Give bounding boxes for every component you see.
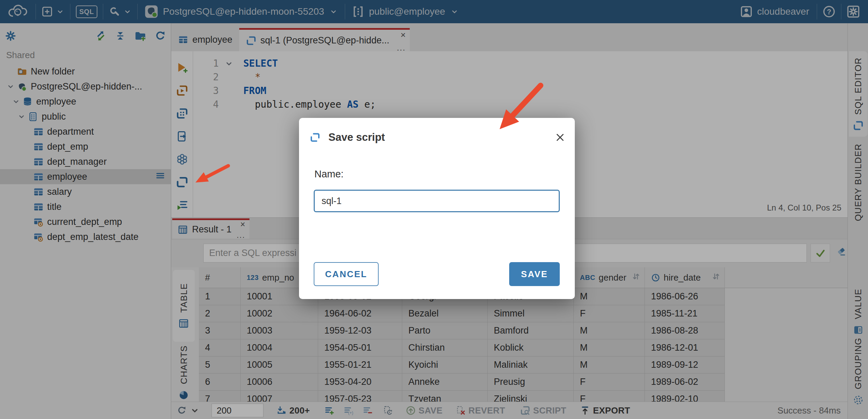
presentation-tab-table[interactable]: TABLE <box>173 270 195 342</box>
grid-cell[interactable]: 3 <box>199 322 241 339</box>
grid-cell[interactable]: 10003 <box>241 322 318 339</box>
grid-cell[interactable]: 1986-08-28 <box>645 322 725 339</box>
grid-cell[interactable]: 6 <box>199 374 241 391</box>
execute-new-tab-button[interactable] <box>176 62 188 75</box>
cancel-button[interactable]: CANCEL <box>314 262 379 286</box>
grid-cell[interactable]: Bamford <box>488 322 574 339</box>
cloudbeaver-logo[interactable] <box>0 0 36 23</box>
more-icon[interactable]: ... <box>236 231 245 239</box>
tree-item-new-folder[interactable]: New folder <box>0 64 171 79</box>
export-query-button[interactable] <box>176 130 188 144</box>
grid-cell[interactable]: 1985-11-21 <box>645 305 725 322</box>
grid-cell[interactable]: 10004 <box>241 339 318 356</box>
tree-item-dept-emp[interactable]: dept_emp <box>0 139 171 154</box>
grid-cell[interactable]: Zielinski <box>488 391 574 402</box>
tree-item-employee[interactable]: employee <box>0 169 171 184</box>
save-button[interactable]: SAVE <box>509 262 560 286</box>
grid-cell[interactable]: F <box>574 305 645 322</box>
sync-connection-icon[interactable] <box>95 30 107 42</box>
chevron-down-icon[interactable] <box>12 97 21 106</box>
save-script-button[interactable] <box>176 176 188 190</box>
grid-cell[interactable]: F <box>574 391 645 402</box>
grid-cell[interactable]: M <box>574 322 645 339</box>
tree-item-public[interactable]: public <box>0 109 171 124</box>
export-button[interactable]: EXPORT <box>580 405 630 416</box>
grid-cell[interactable]: 1964-06-02 <box>318 305 402 322</box>
grid-cell[interactable]: 1957-05-23 <box>318 391 402 402</box>
ai-assistant-button[interactable] <box>176 153 188 167</box>
row-limit-input[interactable] <box>212 404 263 417</box>
panel-tab-sql-editor[interactable]: SQL EDITOR <box>849 51 868 137</box>
grid-cell[interactable]: 1953-04-20 <box>318 374 402 391</box>
panel-tab-query-builder[interactable]: QUERY BUILDER <box>849 139 868 225</box>
user-menu[interactable]: cloudbeaver <box>732 0 817 23</box>
grid-cell[interactable]: 10005 <box>241 356 318 374</box>
grid-cell[interactable]: Bezalel <box>402 305 488 322</box>
tree-item-dept-manager[interactable]: dept_manager <box>0 154 171 169</box>
help-button[interactable]: ? <box>817 0 841 23</box>
close-icon[interactable]: × <box>401 30 406 39</box>
grid-cell[interactable]: 10007 <box>241 391 318 402</box>
grid-cell[interactable]: 4 <box>199 339 241 356</box>
settings-gear-icon[interactable] <box>5 30 16 42</box>
close-icon[interactable]: × <box>240 220 245 229</box>
driver-manager-button[interactable] <box>103 0 137 23</box>
presentation-tab-charts[interactable]: CHARTS <box>173 347 195 399</box>
grid-cell[interactable]: Simmel <box>488 305 574 322</box>
tree-item-salary[interactable]: salary <box>0 184 171 199</box>
chevron-down-icon[interactable] <box>6 82 15 91</box>
grid-cell[interactable]: 1954-05-01 <box>318 339 402 356</box>
execute-script-button[interactable] <box>176 84 188 98</box>
reload-grid-button[interactable] <box>177 405 200 416</box>
grid-cell[interactable]: Maliniak <box>488 356 574 374</box>
new-connection-button[interactable] <box>36 0 70 23</box>
column-header-hire_date[interactable]: hire_date <box>645 267 725 288</box>
refresh-icon[interactable] <box>154 30 166 42</box>
execution-plan-button[interactable] <box>176 107 188 121</box>
grid-cell[interactable]: 1989-02-10 <box>645 391 725 402</box>
collapse-all-icon[interactable] <box>115 30 126 41</box>
sort-icon[interactable] <box>711 271 721 282</box>
save-changes-button[interactable]: SAVE <box>406 405 443 416</box>
fold-chevron-icon[interactable] <box>224 58 234 72</box>
new-folder-icon[interactable] <box>134 30 146 42</box>
grid-cell[interactable]: M <box>574 356 645 374</box>
grid-cell[interactable]: 2 <box>199 305 241 322</box>
panel-tab-value[interactable]: VALUE <box>849 286 868 338</box>
grid-cell[interactable]: Anneke <box>402 374 488 391</box>
menu-icon[interactable] <box>155 171 165 181</box>
duplicate-row-button[interactable]: (+) <box>343 405 354 416</box>
editor-tab-sql[interactable]: sql-1 (PostgreSQL@ep-hidde...×... <box>239 28 410 51</box>
column-header-#[interactable]: # <box>199 267 241 288</box>
grid-cell[interactable]: 1 <box>199 288 241 305</box>
new-sql-editor-button[interactable]: SQL <box>70 0 103 23</box>
grid-cell[interactable]: 1959-12-03 <box>318 322 402 339</box>
grid-cell[interactable]: M <box>574 288 645 305</box>
tree-item-current-dept-emp[interactable]: current_dept_emp <box>0 214 171 229</box>
grid-cell[interactable]: Preusig <box>488 374 574 391</box>
refresh-document-button[interactable] <box>383 405 393 416</box>
grid-cell[interactable]: Chirstian <box>402 339 488 356</box>
add-row-button[interactable] <box>324 405 335 416</box>
grid-cell[interactable]: 7 <box>199 391 241 402</box>
revert-button[interactable]: REVERT <box>456 405 505 416</box>
grid-cell[interactable]: M <box>574 339 645 356</box>
grid-cell[interactable]: 1986-12-01 <box>645 339 725 356</box>
grid-cell[interactable]: Koblick <box>488 339 574 356</box>
settings-button[interactable] <box>841 0 868 23</box>
clear-filter-button[interactable] <box>836 246 846 258</box>
script-button[interactable]: SCRIPT <box>520 405 566 416</box>
tab-result-1[interactable]: Result - 1 × ... <box>172 218 249 239</box>
panel-tab-grouping[interactable]: GROUPING <box>849 340 868 403</box>
fetch-more-button[interactable]: 200+ <box>276 405 310 416</box>
query-log-button[interactable] <box>176 199 188 213</box>
tree-item-postgresql-ep-hidden[interactable]: PostgreSQL@ep-hidden-... <box>0 79 171 94</box>
grid-cell[interactable]: 1989-09-12 <box>645 356 725 374</box>
chevron-down-icon[interactable] <box>17 112 26 121</box>
grid-cell[interactable]: 1955-01-21 <box>318 356 402 374</box>
column-header-gender[interactable]: ABCgender <box>574 267 645 288</box>
grid-cell[interactable]: Parto <box>402 322 488 339</box>
more-icon[interactable]: ... <box>397 44 406 52</box>
grid-cell[interactable]: 1989-06-02 <box>645 374 725 391</box>
grid-cell[interactable]: F <box>574 374 645 391</box>
